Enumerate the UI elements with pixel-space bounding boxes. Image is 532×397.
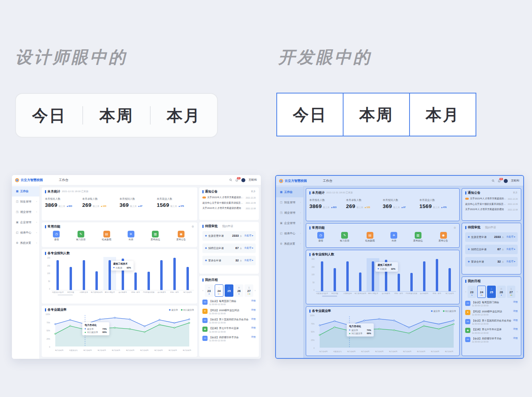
event-detail-link[interactable]: 详情 xyxy=(513,319,518,322)
legend-item[interactable]: 就业率 xyxy=(169,309,178,311)
bar[interactable] xyxy=(443,258,456,291)
schedule-event[interactable]: ▭ 【会议】高职领导班子大会 11:30:00-12:30:00 详情 xyxy=(202,336,256,342)
event-detail-link[interactable]: 详情 xyxy=(513,328,518,331)
notice-item[interactable]: 关于2021年人才培养方案建设的通知 2021.12.08 xyxy=(465,208,518,211)
approvals-tab-active[interactable]: 待我审批 xyxy=(205,224,218,228)
notice-item[interactable]: 关于2021年人才培养方案建设的通知 2021.12.20 xyxy=(465,197,518,200)
schedule-event[interactable]: ▭ 【会议】第十五届高职大会大会大会 11:30:00-12:30:00 详情 xyxy=(202,318,256,324)
tab-month[interactable]: 本月 xyxy=(151,105,217,126)
search-icon[interactable] xyxy=(492,179,495,182)
quick-action[interactable]: ✈ 出差 xyxy=(128,231,134,241)
event-detail-link[interactable]: 详情 xyxy=(513,301,518,304)
bar[interactable] xyxy=(64,257,78,290)
avatar[interactable] xyxy=(504,179,508,183)
approvals-tab-inactive[interactable]: 我的申请 xyxy=(485,226,496,230)
notifications-bell-icon[interactable]: 11 xyxy=(498,179,501,183)
bar[interactable] xyxy=(418,258,431,291)
approvals-tab-inactive[interactable]: 我的申请 xyxy=(222,225,233,228)
schedule-day[interactable]: 二 24 xyxy=(215,284,223,297)
approval-action-link[interactable]: 去处理 ▸ xyxy=(244,247,253,250)
quick-action[interactable]: ◷ 请假 xyxy=(317,232,324,243)
next-day-chevron-icon[interactable]: › xyxy=(516,290,518,294)
quick-action[interactable]: ✎ 实习安排 xyxy=(76,231,85,241)
event-detail-link[interactable]: 详情 xyxy=(251,300,256,302)
notice-item[interactable]: 就业中心关于第十期职业素养训练营开营通... 2021.12.09 xyxy=(202,202,256,205)
schedule-event[interactable]: ▭ 【会议】每周五部门例会 11:30:00-12:30:00 详情 xyxy=(465,301,518,307)
notice-item[interactable]: 关于2021年人才培养方案建设的通知 2021.12.20 xyxy=(202,196,256,199)
quick-action[interactable]: ◷ 请假 xyxy=(53,231,60,241)
chart-scrollbar[interactable] xyxy=(322,296,337,297)
schedule-event[interactable]: ✚ 【宣讲】第七中学外出宣讲 11:30:00-12:30:00 详情 xyxy=(465,328,518,334)
quick-action[interactable]: ▤ 站点新闻 xyxy=(102,231,111,241)
schedule-day[interactable]: 一 23 xyxy=(468,286,476,298)
bar[interactable] xyxy=(341,258,354,291)
schedule-event[interactable]: ▭ 【会议】第十五届高职大会大会大会 11:30:00-12:30:00 详情 xyxy=(465,319,518,325)
approval-row[interactable]: ❖ 生源变更申请 2333 条 去处理 ▸ xyxy=(202,231,256,241)
approval-action-link[interactable]: 去处理 ▸ xyxy=(506,260,515,263)
schedule-day[interactable]: 一 23 xyxy=(205,284,214,297)
quick-action[interactable]: ▥ 发布岗位 xyxy=(413,232,423,243)
bar[interactable] xyxy=(77,257,90,290)
tab-month[interactable]: 本月 xyxy=(409,93,476,136)
schedule-event[interactable]: ✦ 【回访】2020级毕业生回访 11:30:00-12:30:00 详情 xyxy=(202,309,256,315)
sidebar-item[interactable]: ⚙ 系统设置 › xyxy=(12,238,39,248)
sidebar-item[interactable]: ◫ 招生管理 › xyxy=(12,197,39,207)
schedule-day[interactable]: 三 25 xyxy=(225,284,233,297)
schedule-event[interactable]: ▭ 【会议】高职领导班子大会 11:30:00-12:30:00 详情 xyxy=(465,337,518,343)
approval-row[interactable]: ❖ 生源变更申请 2333 条 去处理 ▸ xyxy=(465,232,518,242)
bar[interactable] xyxy=(51,257,64,290)
notice-item[interactable]: 就业中心关于第十期职业素养训练营开营通... 2021.12.09 xyxy=(465,203,518,206)
schedule-day[interactable]: 三 25 xyxy=(487,286,496,298)
sidebar-item[interactable]: ◫ 招生管理 › xyxy=(276,197,303,208)
legend-item[interactable]: 对口就业率 xyxy=(443,310,456,313)
legend-item[interactable]: 就业率 xyxy=(431,310,440,313)
bar[interactable] xyxy=(328,258,341,291)
approval-row[interactable]: ❖ 宣讲会申请 32 条 去处理 ▸ xyxy=(465,257,518,267)
bar[interactable] xyxy=(181,257,194,290)
next-day-chevron-icon[interactable]: › xyxy=(254,289,256,293)
settings-gear-icon[interactable]: ⚙ xyxy=(454,226,456,230)
app-logo[interactable]: 云立方智慧校园 xyxy=(279,179,316,183)
quick-action[interactable]: ✎ 实习安排 xyxy=(340,232,349,243)
quick-action[interactable]: ▥ 发布岗位 xyxy=(151,231,160,241)
approval-action-link[interactable]: 去处理 ▸ xyxy=(506,235,515,239)
event-detail-link[interactable]: 详情 xyxy=(251,309,256,311)
notices-more-link[interactable]: 更多 xyxy=(251,190,256,193)
event-detail-link[interactable]: 详情 xyxy=(251,318,256,321)
sidebar-item[interactable]: ▦ 工作台 xyxy=(12,186,39,197)
tab-week[interactable]: 本周 xyxy=(83,105,150,126)
quick-action[interactable]: ◉ 发布公告 xyxy=(177,231,186,241)
schedule-day[interactable]: 四 26 xyxy=(235,284,243,297)
notices-more-link[interactable]: 更多 xyxy=(513,191,518,195)
approval-action-link[interactable]: 去处理 ▸ xyxy=(506,248,515,251)
sidebar-item[interactable]: ▣ 企业管理 › xyxy=(276,218,303,228)
event-detail-link[interactable]: 详情 xyxy=(251,336,256,339)
notifications-bell-icon[interactable]: 11 xyxy=(235,179,238,182)
search-icon[interactable] xyxy=(229,179,232,181)
sidebar-item[interactable]: ▦ 工作台 xyxy=(276,187,303,197)
notice-item[interactable]: 关于2021年人才培养方案建设的通知 2021.12.08 xyxy=(202,207,256,210)
event-detail-link[interactable]: 详情 xyxy=(251,327,256,329)
bar[interactable] xyxy=(155,257,168,290)
schedule-day[interactable]: 五 27 xyxy=(245,284,253,297)
tab-today[interactable]: 今日 xyxy=(276,93,344,136)
approval-row[interactable]: ❖ 招聘信息申请 67 条 去处理 ▸ xyxy=(465,245,518,254)
approval-row[interactable]: ❖ 招聘信息申请 67 条 去处理 ▸ xyxy=(202,243,256,253)
bar[interactable] xyxy=(168,257,181,290)
sidebar-item[interactable]: ⚙ 系统设置 › xyxy=(276,239,303,249)
legend-item[interactable]: 对口就业率 xyxy=(181,309,194,311)
schedule-event[interactable]: ✦ 【回访】2020级毕业生回访 11:30:00-12:30:00 详情 xyxy=(465,310,518,316)
sidebar-item[interactable]: ◱ 报表中心 › xyxy=(12,228,39,238)
bar[interactable] xyxy=(90,257,103,290)
schedule-day[interactable]: 二 24 xyxy=(477,286,486,298)
bar[interactable] xyxy=(142,257,155,290)
sidebar-item[interactable]: ◳ 就业管理 › xyxy=(276,208,303,218)
bar[interactable] xyxy=(405,258,418,291)
sidebar-item[interactable]: ▣ 企业管理 › xyxy=(12,217,39,228)
quick-action[interactable]: ▤ 站点新闻 xyxy=(365,232,375,243)
line-chart-plot[interactable]: 电力自动化 就业率 74% xyxy=(51,313,194,348)
settings-gear-icon[interactable]: ⚙ xyxy=(192,225,194,229)
schedule-day[interactable]: 五 27 xyxy=(507,286,516,298)
approval-row[interactable]: ❖ 宣讲会申请 32 条 去处理 ▸ xyxy=(202,256,256,265)
app-logo[interactable]: 云立方智慧校园 xyxy=(15,178,52,182)
